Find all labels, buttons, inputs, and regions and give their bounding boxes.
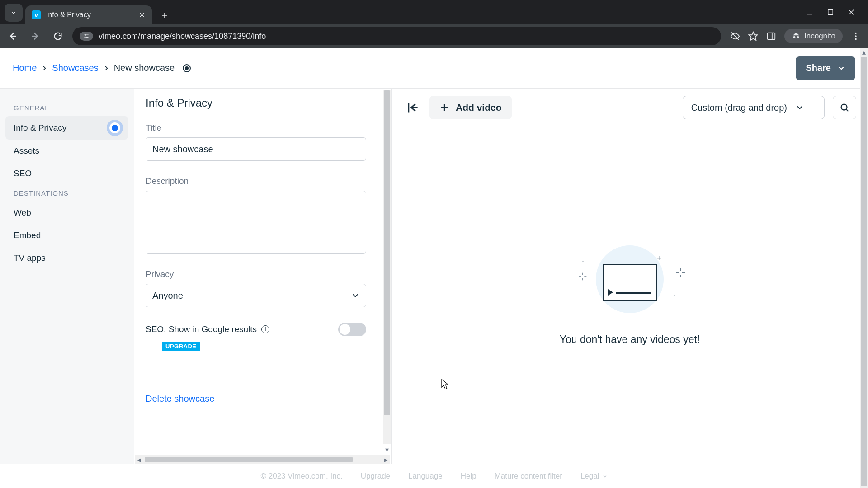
form-panel: Info & Privacy Title Description Privacy <box>134 89 392 464</box>
url-text: vimeo.com/manage/showcases/10871390/info <box>99 32 266 41</box>
page-content: Home Showcases New showcase Share GENERA… <box>0 48 868 488</box>
back-button[interactable] <box>5 28 21 44</box>
share-button-label: Share <box>806 63 831 73</box>
chevron-down-icon <box>795 103 804 112</box>
svg-point-20 <box>855 38 857 40</box>
tab-search-button[interactable] <box>5 4 23 22</box>
maximize-icon <box>826 8 835 16</box>
kebab-icon <box>851 31 861 41</box>
minimize-button[interactable] <box>806 8 814 16</box>
footer-mature-link[interactable]: Mature content filter <box>495 472 562 481</box>
delete-showcase-link[interactable]: Delete showcase <box>146 394 214 404</box>
new-tab-button[interactable] <box>156 6 174 24</box>
svg-line-26 <box>846 109 849 112</box>
breadcrumb-home[interactable]: Home <box>13 63 37 73</box>
breadcrumb-showcases[interactable]: Showcases <box>52 63 98 73</box>
panel-vertical-scrollbar[interactable]: ▾ <box>383 90 391 444</box>
close-icon <box>847 8 855 16</box>
scrollbar-thumb[interactable] <box>384 90 390 415</box>
settings-sidebar: GENERAL Info & Privacy Assets SEO DESTIN… <box>0 89 134 464</box>
chevron-right-icon <box>103 65 109 71</box>
page-vertical-scrollbar[interactable]: ▴ <box>860 48 868 488</box>
svg-point-19 <box>855 35 857 37</box>
sidebar-item-tv-apps[interactable]: TV apps <box>5 247 128 269</box>
svg-rect-5 <box>828 10 833 15</box>
add-video-button[interactable]: Add video <box>429 96 512 119</box>
videos-toolbar: Add video Custom (drag and drop) <box>392 89 868 127</box>
incognito-label: Incognito <box>804 32 835 41</box>
description-input[interactable] <box>146 191 366 254</box>
chevron-down-icon <box>10 9 17 16</box>
forward-button[interactable] <box>27 28 43 44</box>
sidebar-item-label: Info & Privacy <box>14 123 66 133</box>
close-icon <box>138 11 146 19</box>
incognito-icon <box>792 32 801 41</box>
sidebar-item-web[interactable]: Web <box>5 202 128 224</box>
sidebar-item-label: Assets <box>14 146 39 156</box>
sort-select[interactable]: Custom (drag and drop) <box>683 96 825 119</box>
sidebar-item-label: TV apps <box>14 253 46 263</box>
incognito-indicator[interactable]: Incognito <box>784 29 843 43</box>
arrow-left-icon <box>8 31 18 41</box>
info-icon[interactable]: i <box>261 325 269 333</box>
empty-state-text: You don't have any videos yet! <box>560 333 700 346</box>
browser-menu-button[interactable] <box>851 31 861 41</box>
footer-legal-link[interactable]: Legal <box>580 472 608 481</box>
scroll-up-icon[interactable]: ▴ <box>860 48 868 56</box>
collapse-panel-button[interactable] <box>403 99 421 117</box>
active-indicator-icon <box>109 122 120 133</box>
star-icon <box>748 31 758 41</box>
bookmark-button[interactable] <box>748 31 758 41</box>
footer-upgrade-link[interactable]: Upgrade <box>361 472 390 481</box>
footer-copyright: © 2023 Vimeo.com, Inc. <box>260 472 342 481</box>
sort-select-label: Custom (drag and drop) <box>691 103 787 113</box>
upgrade-badge[interactable]: UPGRADE <box>162 342 200 351</box>
sidebar-item-assets[interactable]: Assets <box>5 140 128 162</box>
sidebar-item-info-privacy[interactable]: Info & Privacy <box>5 116 128 140</box>
reload-icon <box>53 31 63 41</box>
privacy-select[interactable] <box>146 284 366 307</box>
tracking-blocked-icon-button[interactable] <box>730 31 740 41</box>
sidebar-item-embed[interactable]: Embed <box>5 224 128 247</box>
breadcrumb-current: New showcase <box>114 63 175 73</box>
sparkle-icon <box>578 272 587 281</box>
scroll-down-icon[interactable]: ▾ <box>383 446 391 454</box>
side-panel-button[interactable] <box>766 31 776 41</box>
site-info-button[interactable] <box>80 32 93 41</box>
reload-button[interactable] <box>50 28 66 44</box>
address-bar[interactable]: vimeo.com/manage/showcases/10871390/info <box>72 27 721 45</box>
close-window-button[interactable] <box>847 8 855 16</box>
svg-marker-15 <box>749 32 757 40</box>
browser-toolbar: vimeo.com/manage/showcases/10871390/info… <box>0 24 868 48</box>
tune-icon <box>83 33 90 39</box>
sidebar-item-label: Web <box>14 208 31 218</box>
vimeo-favicon-icon: v <box>32 10 41 19</box>
add-video-label: Add video <box>456 102 502 113</box>
sidebar-item-seo[interactable]: SEO <box>5 162 128 185</box>
search-button[interactable] <box>833 96 856 119</box>
maximize-button[interactable] <box>826 8 835 16</box>
page-footer: © 2023 Vimeo.com, Inc. Upgrade Language … <box>0 464 868 488</box>
description-label: Description <box>146 176 366 186</box>
plus-icon <box>439 103 449 113</box>
footer-language-link[interactable]: Language <box>408 472 443 481</box>
arrow-right-icon <box>30 31 40 41</box>
close-tab-button[interactable] <box>138 11 146 19</box>
svg-point-18 <box>855 33 857 34</box>
panel-horizontal-scrollbar[interactable]: ◂ ▸ <box>135 455 390 464</box>
chevron-down-icon <box>837 64 845 72</box>
footer-help-link[interactable]: Help <box>461 472 476 481</box>
seo-label: SEO: Show in Google results <box>146 324 257 334</box>
scrollbar-thumb[interactable] <box>145 457 353 462</box>
share-button[interactable]: Share <box>796 56 855 80</box>
tab-title: Info & Privacy <box>46 11 91 19</box>
scroll-right-icon[interactable]: ▸ <box>382 455 390 464</box>
scrollbar-thumb[interactable] <box>861 57 867 486</box>
scroll-left-icon[interactable]: ◂ <box>135 455 143 464</box>
panel-heading: Info & Privacy <box>146 97 366 109</box>
plus-icon <box>160 11 169 19</box>
browser-tab[interactable]: v Info & Privacy <box>25 5 152 24</box>
title-input[interactable] <box>146 137 366 161</box>
seo-toggle[interactable] <box>338 323 366 336</box>
title-label: Title <box>146 123 366 133</box>
